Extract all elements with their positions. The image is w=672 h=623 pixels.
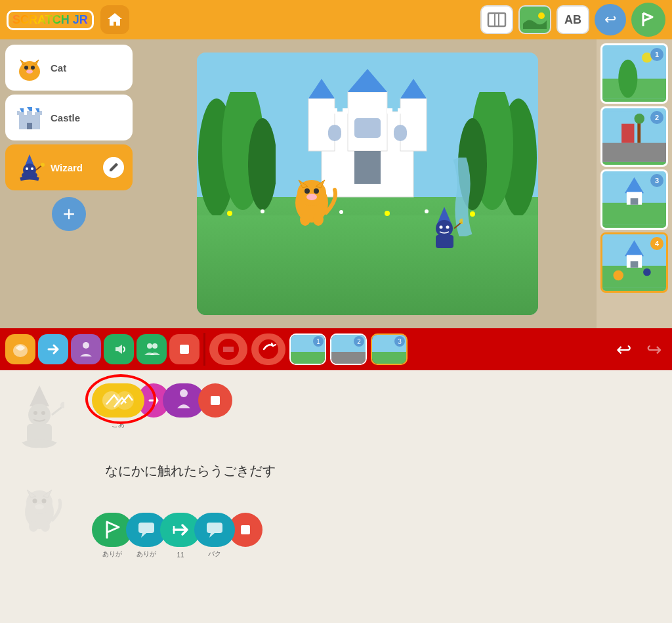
- looks-person-btn[interactable]: [71, 334, 101, 364]
- add-sprite-button[interactable]: +: [52, 197, 86, 231]
- svg-rect-95: [180, 345, 189, 354]
- sound-block-btn[interactable]: [104, 334, 134, 364]
- motion-block-btn[interactable]: [38, 334, 68, 364]
- svg-rect-45: [343, 108, 348, 114]
- svg-point-100: [33, 411, 37, 415]
- add-icon: +: [63, 202, 75, 226]
- bottom-toolbar: 1 2 3 ↩ ↪: [0, 328, 672, 370]
- svg-point-55: [470, 211, 475, 217]
- svg-point-108: [42, 499, 47, 504]
- svg-marker-37: [400, 79, 427, 98]
- script-area: ごあ: [0, 370, 672, 623]
- svg-point-89: [613, 270, 623, 281]
- svg-rect-117: [207, 523, 222, 533]
- looks-block-btn[interactable]: [5, 334, 35, 364]
- scene-thumb-1[interactable]: 1: [289, 333, 326, 365]
- svg-point-62: [313, 213, 324, 226]
- cat-icon: [14, 52, 45, 83]
- svg-point-58: [304, 188, 310, 194]
- trigger-label: ごあ: [112, 420, 125, 429]
- group-block-btn[interactable]: [136, 334, 167, 364]
- svg-point-97: [259, 339, 278, 359]
- svg-marker-17: [35, 108, 39, 112]
- svg-rect-13: [17, 111, 20, 115]
- svg-point-66: [446, 226, 450, 229]
- svg-rect-47: [398, 108, 403, 114]
- page-4[interactable]: 4: [600, 232, 668, 293]
- svg-point-50: [261, 209, 264, 213]
- svg-rect-115: [211, 396, 220, 405]
- top-bar: SCRATCH JR AB ↩: [0, 0, 672, 39]
- page-4-num: 4: [650, 237, 663, 250]
- svg-point-94: [152, 343, 158, 349]
- svg-rect-80: [602, 203, 666, 225]
- svg-point-73: [618, 60, 637, 98]
- scene-tool[interactable]: [518, 5, 551, 34]
- page-1[interactable]: 1: [600, 43, 668, 104]
- page-2[interactable]: 2: [600, 106, 668, 167]
- svg-rect-41: [354, 118, 381, 138]
- toolbar-right: 1 2 3 ↩ ↪: [209, 333, 667, 365]
- svg-point-92: [83, 342, 89, 349]
- svg-point-109: [35, 504, 44, 509]
- event-trigger-block[interactable]: [209, 333, 247, 365]
- block-row-1: ごあ: [92, 383, 659, 418]
- sprite-panel: Cat Castle: [0, 39, 138, 328]
- sprite-item-castle[interactable]: Castle: [5, 95, 133, 140]
- scene-background: [197, 53, 538, 315]
- wizard-icon: [14, 152, 45, 183]
- svg-rect-118: [241, 525, 250, 534]
- speech-block-2[interactable]: バク: [194, 513, 235, 547]
- svg-point-8: [26, 70, 33, 74]
- svg-marker-36: [308, 79, 335, 98]
- page-3[interactable]: 3: [600, 169, 668, 230]
- svg-marker-15: [27, 107, 32, 111]
- svg-point-101: [41, 411, 45, 415]
- svg-rect-0: [488, 13, 505, 26]
- svg-rect-44: [332, 108, 337, 114]
- svg-point-59: [314, 188, 319, 194]
- castle-label: Castle: [51, 112, 80, 123]
- svg-point-78: [635, 114, 645, 124]
- sprite-item-wizard[interactable]: Wizard: [5, 144, 133, 190]
- scene-thumb-3[interactable]: 3: [371, 333, 408, 365]
- svg-rect-18: [27, 123, 32, 129]
- svg-rect-42: [354, 151, 381, 184]
- redo-button-red[interactable]: ↪: [640, 336, 667, 362]
- svg-rect-83: [631, 198, 639, 205]
- svg-point-65: [440, 226, 443, 229]
- svg-point-25: [41, 163, 45, 167]
- flag-label: ありが: [102, 549, 122, 559]
- home-button[interactable]: [100, 5, 129, 34]
- redo-button[interactable]: ↩: [595, 4, 626, 35]
- page-2-num: 2: [650, 111, 663, 124]
- ab-tool[interactable]: AB: [556, 5, 589, 34]
- replay-block[interactable]: [251, 333, 285, 365]
- flag-button[interactable]: [631, 3, 665, 37]
- svg-rect-11: [27, 111, 32, 118]
- svg-point-111: [41, 521, 50, 532]
- scratch-logo: SCRATCH JR: [7, 10, 94, 30]
- collision-trigger-block[interactable]: ごあ: [92, 383, 144, 418]
- end-block-1[interactable]: [198, 383, 232, 418]
- svg-rect-85: [602, 266, 666, 288]
- page-1-num: 1: [650, 48, 663, 61]
- sprite-item-cat[interactable]: Cat: [5, 45, 133, 91]
- stop-block-btn[interactable]: [169, 334, 200, 364]
- edit-sprite-button[interactable]: [103, 157, 124, 178]
- blocks-area: ごあ: [79, 370, 672, 623]
- toolbar-divider: [203, 333, 205, 366]
- top-tools: AB ↩: [480, 3, 665, 37]
- speech2-label: バク: [208, 549, 221, 559]
- undo-button[interactable]: ↩: [610, 336, 637, 362]
- svg-rect-76: [621, 124, 634, 143]
- game-canvas[interactable]: [197, 53, 538, 315]
- scene-thumb-2[interactable]: 2: [330, 333, 367, 365]
- svg-point-60: [306, 194, 317, 200]
- svg-point-90: [643, 269, 651, 276]
- block-chain-2: ありが ありが 11: [92, 513, 659, 547]
- frame-tool[interactable]: [480, 5, 513, 34]
- cat-preview-icon: [16, 479, 62, 541]
- block-row-2: ありが ありが 11: [92, 513, 659, 547]
- svg-rect-33: [308, 98, 335, 151]
